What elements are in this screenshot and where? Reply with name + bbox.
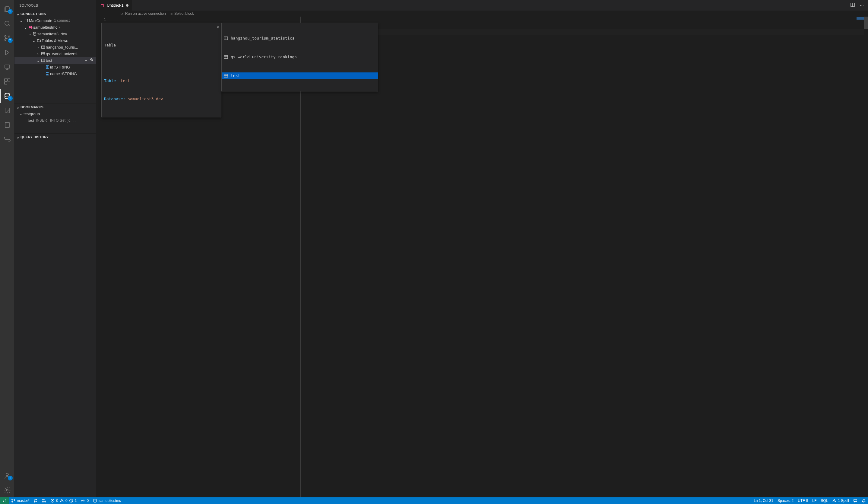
status-sync[interactable] (31, 497, 40, 504)
activity-custom-2[interactable] (0, 118, 14, 132)
tree-label: id :STRING (50, 65, 70, 69)
tree-table[interactable]: › qs_world_universi... (14, 50, 96, 57)
status-remote[interactable] (0, 497, 9, 504)
more-icon[interactable]: ⋯ (87, 3, 91, 7)
section-bookmarks[interactable]: ⌄ BOOKMARKS (14, 104, 96, 110)
suggest-label: hangzhou_tourism_statistics (231, 35, 294, 41)
status-lncol[interactable]: Ln 1, Col 31 (752, 497, 775, 504)
badge: 1 (8, 96, 13, 101)
activity-explorer[interactable]: 1 (0, 2, 14, 16)
doc-header: Table (104, 42, 219, 48)
tree-table-test[interactable]: ⌄ test ＋ 🔍︎ (14, 57, 96, 64)
play-bug-icon (4, 49, 11, 56)
activity-settings[interactable] (0, 483, 14, 497)
status-branch[interactable]: master* (9, 497, 31, 504)
table-icon (40, 58, 46, 62)
editor-body[interactable]: 1 select * from samueltest3_dev. × Table… (96, 17, 868, 497)
search-icon (4, 20, 11, 27)
activity-run[interactable] (0, 45, 14, 60)
warning-icon (832, 498, 836, 503)
suggest-item[interactable]: qs_world_university_rankings (222, 54, 378, 60)
section-connections[interactable]: ⌄ CONNECTIONS (14, 11, 96, 17)
suggest-label: qs_world_university_rankings (231, 54, 297, 60)
tree-meta: INSERT INTO test (id, ... (36, 118, 75, 122)
status-problems[interactable]: 0 0 1 (48, 497, 79, 504)
chevron-down-icon: ⌄ (16, 12, 21, 16)
codelens-select[interactable]: Select block (174, 11, 194, 17)
tree-label: test (28, 118, 34, 123)
activity-account[interactable]: 1 (0, 468, 14, 483)
suggest-item[interactable]: hangzhou_tourism_statistics (222, 35, 378, 42)
svg-point-18 (101, 4, 104, 5)
status-bar: master* 0 0 1 0 samueltestmc Ln 1, Col 3… (0, 497, 868, 504)
more-icon[interactable]: ⋯ (860, 3, 864, 8)
play-icon[interactable]: ▷ (121, 11, 123, 17)
tree-label: name :STRING (50, 71, 77, 76)
activity-custom-1[interactable] (0, 103, 14, 118)
status-spaces[interactable]: Spaces: 2 (775, 497, 796, 504)
link-icon (4, 136, 11, 143)
svg-point-11 (6, 473, 9, 476)
tree-table[interactable]: › hangzhou_touris... (14, 44, 96, 50)
minimap[interactable] (857, 17, 864, 20)
tree-column[interactable]: · name :STRING (14, 70, 96, 77)
list-icon[interactable]: ≡ (170, 11, 173, 17)
add-icon[interactable]: ＋ (84, 58, 88, 63)
status-eol[interactable]: LF (810, 497, 818, 504)
suggest-item-selected[interactable]: test (222, 72, 378, 79)
folder-icon (36, 38, 42, 42)
status-encoding[interactable]: UTF-8 (796, 497, 810, 504)
svg-rect-10 (5, 122, 9, 127)
status-connection[interactable]: samueltestmc (91, 497, 123, 504)
sync-icon (33, 498, 38, 503)
svg-rect-33 (854, 500, 857, 502)
codelens-bar: ▷ Run on active connection | ≡ Select bl… (96, 11, 868, 17)
bookmark-group[interactable]: ⌄ testgroup (14, 110, 96, 117)
vertical-scrollbar[interactable] (864, 17, 868, 497)
warning-icon (60, 498, 64, 503)
feedback-icon (853, 498, 857, 503)
activity-sqltools[interactable]: 1 (0, 89, 14, 103)
tab-untitled[interactable]: Untitled-1 (96, 0, 132, 11)
status-ports[interactable]: 0 (79, 497, 91, 504)
status-spell[interactable]: 1 Spell (830, 497, 851, 504)
close-icon[interactable]: × (217, 24, 219, 30)
status-language[interactable]: SQL (818, 497, 830, 504)
remote-icon (4, 63, 11, 71)
tab-title: Untitled-1 (107, 3, 124, 8)
activity-scm[interactable]: 2 (0, 31, 14, 45)
magnify-icon[interactable]: 🔍︎ (90, 58, 94, 63)
table-icon (40, 52, 46, 56)
tree-tables-group[interactable]: ⌄ Tables & Views (14, 37, 96, 44)
bookmark-item[interactable]: · test INSERT INTO test (id, ... (14, 117, 96, 124)
tree-label: samueltestmc (33, 25, 57, 30)
remote-icon (2, 498, 7, 503)
scrollbar-thumb[interactable] (864, 17, 868, 29)
table-icon (224, 36, 228, 41)
tree-database[interactable]: ⌄ samueltestmc / (14, 24, 96, 30)
database-icon (23, 18, 29, 23)
status-feedback[interactable] (851, 497, 859, 504)
tree-column[interactable]: · id :STRING (14, 64, 96, 70)
tree-label: Tables & Views (42, 38, 68, 43)
section-label: QUERY HISTORY (21, 135, 49, 139)
tree-label: testgroup (23, 112, 40, 116)
activity-extensions[interactable] (0, 74, 14, 89)
activity-custom-3[interactable] (0, 132, 14, 147)
svg-point-13 (25, 19, 28, 20)
activity-search[interactable] (0, 16, 14, 31)
status-bell[interactable] (859, 497, 868, 504)
tree-schema[interactable]: ⌄ samueltest3_dev (14, 30, 96, 37)
tree-label: samueltest3_dev (38, 32, 67, 36)
status-pull-request[interactable] (40, 497, 48, 504)
svg-rect-5 (4, 79, 7, 81)
section-label: CONNECTIONS (21, 12, 46, 16)
codelens-run[interactable]: Run on active connection (125, 11, 166, 17)
activity-remote[interactable] (0, 60, 14, 74)
tree-label: hangzhou_touris... (46, 45, 78, 50)
split-editor-icon[interactable] (850, 2, 855, 8)
section-query-history[interactable]: ⌄ QUERY HISTORY (14, 134, 96, 140)
radio-icon (81, 498, 85, 503)
tree-connection[interactable]: ⌄ MaxCompute 1 connect (14, 17, 96, 24)
tab-bar: Untitled-1 ⋯ (96, 0, 868, 11)
